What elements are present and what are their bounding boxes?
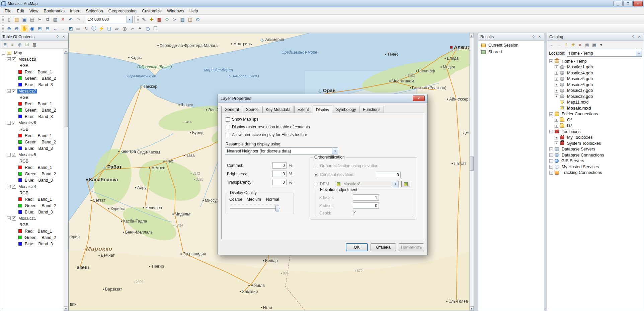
blue-band-chip[interactable] bbox=[18, 115, 22, 118]
options-icon[interactable]: ▾ bbox=[598, 42, 605, 48]
clear-selection-icon[interactable]: ▭ bbox=[75, 25, 82, 32]
ortho-use-elevation-checkbox[interactable] bbox=[314, 164, 318, 168]
collapse-expander[interactable] bbox=[7, 121, 11, 125]
red-band-chip[interactable] bbox=[18, 166, 22, 169]
dem-browse-button[interactable] bbox=[401, 181, 410, 187]
resample-combobox[interactable]: Nearest Neighbor (for discrete data) ▾ bbox=[225, 147, 338, 154]
menu-item[interactable]: Insert bbox=[67, 8, 83, 14]
tree-expander[interactable] bbox=[549, 147, 553, 151]
tree-expander[interactable] bbox=[555, 65, 558, 69]
z-factor-input[interactable]: 1 bbox=[353, 194, 379, 201]
dialog-close-button[interactable]: ✕ bbox=[413, 96, 425, 101]
tree-item-label[interactable]: Mosaicz1.gdb bbox=[566, 65, 594, 69]
up-one-level-icon[interactable]: ↥ bbox=[563, 42, 569, 48]
catalog-back-icon[interactable]: ← bbox=[549, 42, 555, 48]
fixed-zoom-out-icon[interactable]: ⊟ bbox=[44, 25, 51, 32]
toc-layer-mosaicz5[interactable]: Mosaicz5 bbox=[17, 152, 37, 157]
zoom-out-icon[interactable]: ⊖ bbox=[13, 25, 20, 32]
tree-expander[interactable] bbox=[555, 71, 558, 75]
tab-functions[interactable]: Functions bbox=[360, 106, 384, 113]
blue-band-chip[interactable] bbox=[18, 83, 22, 86]
brightness-input[interactable]: 0 bbox=[272, 171, 287, 177]
tree-item-label[interactable]: D:\ bbox=[566, 123, 573, 128]
collapse-expander[interactable] bbox=[7, 153, 11, 157]
catalog-gis-servers[interactable]: GIS Servers bbox=[549, 158, 644, 164]
tree-expander[interactable] bbox=[549, 165, 553, 169]
catalog-mosaic-mxd[interactable]: Mosaic.mxd bbox=[549, 105, 644, 111]
catalog-forward-icon[interactable]: → bbox=[556, 42, 562, 48]
tree-expander[interactable] bbox=[555, 118, 558, 122]
catalog-folder-connections[interactable]: Folder Connections bbox=[549, 111, 644, 117]
tab-display[interactable]: Display bbox=[313, 106, 332, 113]
scroll-down-arrow[interactable]: ▼ bbox=[64, 306, 68, 311]
tree-item-label[interactable]: Mosaicz5.gdb bbox=[566, 76, 594, 81]
constant-elevation-input[interactable]: 0 bbox=[376, 172, 401, 178]
tree-item-label[interactable]: Database Connections bbox=[561, 153, 605, 158]
tree-expander[interactable] bbox=[549, 153, 553, 157]
cut-icon[interactable]: ✂ bbox=[36, 16, 44, 23]
python-window-icon[interactable]: ≻ bbox=[171, 16, 178, 23]
catalog-toolboxes[interactable]: Toolboxes bbox=[549, 129, 644, 135]
layer-visibility-checkbox[interactable] bbox=[12, 216, 16, 221]
create-viewer-window-icon[interactable]: ❐ bbox=[152, 25, 159, 32]
go-to-xy-icon[interactable]: ⌖ bbox=[136, 25, 144, 32]
menu-item[interactable]: Customize bbox=[139, 8, 164, 14]
connect-folder-icon[interactable]: ✚ bbox=[570, 42, 576, 48]
chevron-down-icon[interactable]: ▾ bbox=[636, 50, 642, 56]
toc-layer-mosaicz6[interactable]: Mosaicz6 bbox=[17, 121, 37, 125]
tree-expander[interactable] bbox=[549, 130, 553, 133]
constant-elevation-radio[interactable] bbox=[314, 173, 318, 177]
pin-icon[interactable]: ⚲ bbox=[631, 35, 636, 39]
scroll-thumb[interactable] bbox=[470, 157, 474, 171]
pin-icon[interactable]: ⚲ bbox=[55, 35, 60, 39]
pan-icon[interactable]: ✋ bbox=[21, 25, 28, 32]
close-icon[interactable]: ✕ bbox=[61, 35, 66, 39]
contrast-input[interactable]: 0 bbox=[272, 162, 287, 169]
dock-splitter[interactable] bbox=[544, 33, 547, 311]
collapse-expander[interactable] bbox=[2, 51, 5, 55]
undo-icon[interactable]: ↶ bbox=[67, 16, 74, 23]
catalog-mosaicz8-gdb[interactable]: Mosaicz8.gdb bbox=[549, 94, 644, 100]
dock-splitter[interactable] bbox=[474, 33, 478, 311]
measure-icon[interactable]: ▱ bbox=[113, 25, 120, 32]
tree-item-label[interactable]: C:\ bbox=[566, 118, 573, 122]
hyperlink-icon[interactable]: ⚡ bbox=[98, 25, 105, 32]
full-extent-icon[interactable]: ◉ bbox=[28, 25, 36, 32]
toc-panel-header[interactable]: Table Of Contents ⚲ ✕ bbox=[0, 33, 68, 41]
scroll-thumb[interactable] bbox=[64, 53, 68, 127]
tree-expander[interactable] bbox=[549, 59, 553, 63]
results-shared[interactable]: Shared bbox=[479, 49, 543, 55]
next-extent-icon[interactable]: → bbox=[59, 25, 67, 32]
catalog-database-connections[interactable]: Database Connections bbox=[549, 152, 644, 158]
find-icon[interactable]: ◎ bbox=[121, 25, 128, 32]
raster-resolution-checkbox[interactable] bbox=[226, 125, 230, 129]
catalog-database-servers[interactable]: Database Servers bbox=[549, 146, 644, 152]
ok-button[interactable]: OK bbox=[346, 243, 368, 251]
map-scrollbar[interactable]: ▲ ▼ bbox=[469, 33, 474, 311]
new-document-icon[interactable]: ▯ bbox=[5, 16, 13, 23]
scroll-up-arrow[interactable]: ▲ bbox=[64, 49, 68, 53]
tree-item-label[interactable]: Mosaicz4.gdb bbox=[566, 71, 594, 75]
add-data-icon[interactable]: ✚ bbox=[148, 16, 155, 23]
tree-item-label[interactable]: Home - Temp bbox=[561, 59, 588, 64]
paste-icon[interactable]: ▧ bbox=[52, 16, 59, 23]
modelbuilder-icon[interactable]: ⬦ bbox=[163, 16, 171, 23]
toc-layer-mosaicz8[interactable]: Mosaicz8 bbox=[17, 57, 37, 62]
map-scale-combobox[interactable]: 1:4 000 000 ▾ bbox=[86, 16, 133, 23]
save-icon[interactable]: ▣ bbox=[21, 16, 28, 23]
catalog-home-temp[interactable]: Home - Temp bbox=[549, 58, 644, 64]
blue-band-chip[interactable] bbox=[18, 242, 22, 246]
toolbar-grip[interactable] bbox=[137, 16, 139, 22]
catalog-mosaicz4-gdb[interactable]: Mosaicz4.gdb bbox=[549, 70, 644, 76]
red-band-chip[interactable] bbox=[18, 229, 22, 233]
catalog-drive-d[interactable]: D:\ bbox=[549, 123, 644, 129]
catalog-mosaicz5-gdb[interactable]: Mosaicz5.gdb bbox=[549, 76, 644, 82]
find-route-icon[interactable]: ➢ bbox=[129, 25, 136, 32]
result-item-label[interactable]: Shared bbox=[487, 50, 503, 54]
tab-source[interactable]: Source bbox=[243, 106, 262, 113]
results-current-session[interactable]: Current Session bbox=[479, 42, 543, 49]
geoid-checkbox[interactable] bbox=[353, 210, 353, 215]
list-by-visibility-icon[interactable]: ◎ bbox=[16, 41, 23, 48]
list-by-source-icon[interactable]: ≡ bbox=[9, 41, 16, 48]
tree-item-label[interactable]: Mosaic.mxd bbox=[566, 106, 592, 111]
